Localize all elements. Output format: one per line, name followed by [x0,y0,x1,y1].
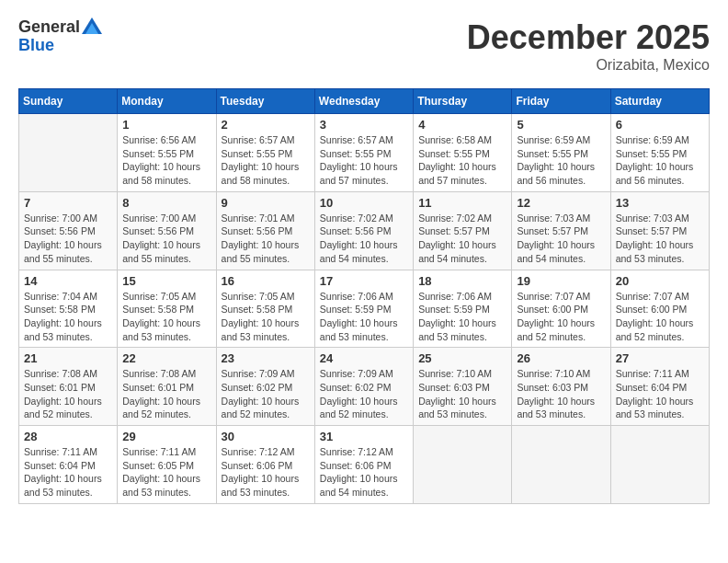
day-number: 8 [122,196,210,210]
day-info: Sunrise: 7:09 AMSunset: 6:02 PMDaylight:… [222,367,310,421]
day-number: 3 [320,118,408,132]
day-info: Sunrise: 7:05 AMSunset: 5:58 PMDaylight:… [222,290,310,344]
calendar-week-row: 7Sunrise: 7:00 AMSunset: 5:56 PMDaylight… [19,191,710,270]
calendar-week-row: 14Sunrise: 7:04 AMSunset: 5:58 PMDayligh… [19,270,710,348]
calendar-cell: 13Sunrise: 7:03 AMSunset: 5:57 PMDayligh… [610,191,709,270]
logo-icon [82,17,102,34]
logo-blue: Blue [18,36,54,54]
day-number: 28 [24,430,112,443]
day-info: Sunrise: 7:12 AMSunset: 6:06 PMDaylight:… [320,445,408,500]
calendar-cell [512,426,610,504]
day-info: Sunrise: 7:09 AMSunset: 6:02 PMDaylight:… [320,367,408,421]
day-info: Sunrise: 7:05 AMSunset: 5:58 PMDaylight:… [122,290,210,344]
day-number: 30 [222,430,310,443]
day-number: 19 [517,274,605,288]
calendar-cell: 14Sunrise: 7:04 AMSunset: 5:58 PMDayligh… [19,270,118,348]
day-number: 13 [616,196,704,210]
day-info: Sunrise: 7:10 AMSunset: 6:03 PMDaylight:… [418,367,506,421]
day-info: Sunrise: 7:08 AMSunset: 6:01 PMDaylight:… [24,367,112,421]
logo-general: General [18,18,80,37]
header-saturday: Saturday [610,89,709,114]
calendar-cell: 18Sunrise: 7:06 AMSunset: 5:59 PMDayligh… [414,270,512,348]
calendar-cell: 16Sunrise: 7:05 AMSunset: 5:58 PMDayligh… [216,270,314,348]
calendar-cell: 7Sunrise: 7:00 AMSunset: 5:56 PMDaylight… [19,191,118,270]
day-info: Sunrise: 6:59 AMSunset: 5:55 PMDaylight:… [517,133,605,188]
day-number: 15 [122,274,210,288]
header-wednesday: Wednesday [314,89,413,114]
calendar-cell: 11Sunrise: 7:02 AMSunset: 5:57 PMDayligh… [414,191,512,270]
calendar-cell: 29Sunrise: 7:11 AMSunset: 6:05 PMDayligh… [118,426,216,504]
day-number: 7 [24,196,112,210]
calendar-cell: 6Sunrise: 6:59 AMSunset: 5:55 PMDaylight… [610,114,709,192]
day-info: Sunrise: 7:01 AMSunset: 5:56 PMDaylight:… [222,212,310,266]
day-info: Sunrise: 6:57 AMSunset: 5:55 PMDaylight:… [222,133,310,188]
title-area: December 2025 Orizabita, Mexico [467,18,710,74]
calendar-cell: 26Sunrise: 7:10 AMSunset: 6:03 PMDayligh… [512,348,610,426]
day-info: Sunrise: 7:03 AMSunset: 5:57 PMDaylight:… [517,212,605,266]
calendar-cell: 25Sunrise: 7:10 AMSunset: 6:03 PMDayligh… [414,348,512,426]
day-info: Sunrise: 7:02 AMSunset: 5:56 PMDaylight:… [320,212,408,266]
calendar-cell: 27Sunrise: 7:11 AMSunset: 6:04 PMDayligh… [610,348,709,426]
day-number: 27 [616,351,704,365]
calendar-week-row: 21Sunrise: 7:08 AMSunset: 6:01 PMDayligh… [19,348,710,426]
logo: General Blue [18,18,102,55]
day-info: Sunrise: 7:08 AMSunset: 6:01 PMDaylight:… [122,367,210,421]
calendar-cell: 28Sunrise: 7:11 AMSunset: 6:04 PMDayligh… [19,426,118,504]
day-number: 29 [122,430,210,443]
calendar-cell: 23Sunrise: 7:09 AMSunset: 6:02 PMDayligh… [216,348,314,426]
calendar-week-row: 28Sunrise: 7:11 AMSunset: 6:04 PMDayligh… [19,426,710,504]
day-info: Sunrise: 7:00 AMSunset: 5:56 PMDaylight:… [122,212,210,266]
calendar-cell: 17Sunrise: 7:06 AMSunset: 5:59 PMDayligh… [314,270,413,348]
day-info: Sunrise: 6:57 AMSunset: 5:55 PMDaylight:… [320,133,408,188]
day-number: 31 [320,430,408,443]
day-info: Sunrise: 7:11 AMSunset: 6:04 PMDaylight:… [24,445,112,500]
day-number: 4 [418,118,506,132]
calendar-cell: 3Sunrise: 6:57 AMSunset: 5:55 PMDaylight… [314,114,413,192]
day-info: Sunrise: 6:56 AMSunset: 5:55 PMDaylight:… [122,133,210,188]
day-number: 23 [222,351,310,365]
day-number: 12 [517,196,605,210]
day-number: 14 [24,274,112,288]
day-info: Sunrise: 7:12 AMSunset: 6:06 PMDaylight:… [222,445,310,500]
calendar-cell: 2Sunrise: 6:57 AMSunset: 5:55 PMDaylight… [216,114,314,192]
calendar-cell: 21Sunrise: 7:08 AMSunset: 6:01 PMDayligh… [19,348,118,426]
day-number: 17 [320,274,408,288]
day-info: Sunrise: 7:02 AMSunset: 5:57 PMDaylight:… [418,212,506,266]
calendar-week-row: 1Sunrise: 6:56 AMSunset: 5:55 PMDaylight… [19,114,710,192]
day-info: Sunrise: 7:06 AMSunset: 5:59 PMDaylight:… [320,290,408,344]
calendar-table: Sunday Monday Tuesday Wednesday Thursday… [18,88,710,504]
day-number: 6 [616,118,704,132]
day-number: 9 [222,196,310,210]
day-number: 1 [122,118,210,132]
day-number: 16 [222,274,310,288]
day-info: Sunrise: 7:06 AMSunset: 5:59 PMDaylight:… [418,290,506,344]
day-info: Sunrise: 7:11 AMSunset: 6:05 PMDaylight:… [122,445,210,500]
calendar-cell: 20Sunrise: 7:07 AMSunset: 6:00 PMDayligh… [610,270,709,348]
calendar-cell: 22Sunrise: 7:08 AMSunset: 6:01 PMDayligh… [118,348,216,426]
month-title: December 2025 [467,18,710,57]
day-info: Sunrise: 7:07 AMSunset: 6:00 PMDaylight:… [517,290,605,344]
calendar-cell: 8Sunrise: 7:00 AMSunset: 5:56 PMDaylight… [118,191,216,270]
header-sunday: Sunday [19,89,118,114]
day-number: 18 [418,274,506,288]
calendar-cell [610,426,709,504]
location-subtitle: Orizabita, Mexico [467,57,710,74]
day-number: 25 [418,351,506,365]
calendar-cell: 19Sunrise: 7:07 AMSunset: 6:00 PMDayligh… [512,270,610,348]
header-tuesday: Tuesday [216,89,314,114]
day-info: Sunrise: 6:58 AMSunset: 5:55 PMDaylight:… [418,133,506,188]
day-info: Sunrise: 7:07 AMSunset: 6:00 PMDaylight:… [616,290,704,344]
header-friday: Friday [512,89,610,114]
calendar-cell: 4Sunrise: 6:58 AMSunset: 5:55 PMDaylight… [414,114,512,192]
day-number: 11 [418,196,506,210]
header-thursday: Thursday [414,89,512,114]
day-number: 22 [122,351,210,365]
day-info: Sunrise: 7:04 AMSunset: 5:58 PMDaylight:… [24,290,112,344]
day-number: 26 [517,351,605,365]
day-number: 24 [320,351,408,365]
calendar-cell: 30Sunrise: 7:12 AMSunset: 6:06 PMDayligh… [216,426,314,504]
calendar-cell: 31Sunrise: 7:12 AMSunset: 6:06 PMDayligh… [314,426,413,504]
day-number: 2 [222,118,310,132]
day-info: Sunrise: 7:00 AMSunset: 5:56 PMDaylight:… [24,212,112,266]
calendar-header-row: Sunday Monday Tuesday Wednesday Thursday… [19,89,710,114]
